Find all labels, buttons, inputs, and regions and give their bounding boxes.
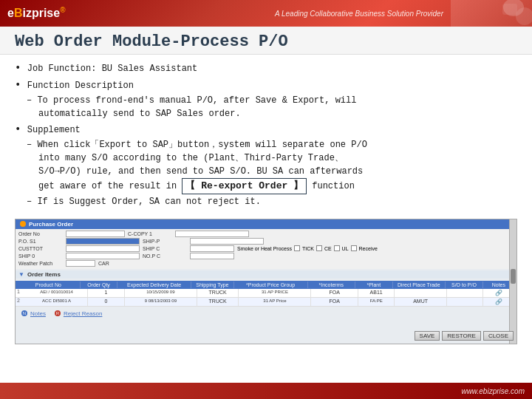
reject-icon: R — [55, 310, 61, 316]
notes-link[interactable]: Notes — [30, 310, 46, 317]
form-label-8: CAR — [98, 261, 113, 266]
function-description-sub: To process frond-end's manual P/O, after… — [15, 94, 517, 120]
bullet-supplement: Supplement When click「Export to SAP」butt… — [15, 122, 517, 208]
bullet-job-function: Job Function: BU Sales Assistant — [15, 61, 517, 76]
table-header: Product No Order Qty Expected Delivery D… — [16, 281, 516, 289]
title-section: Web Order Module-Process P/O — [0, 27, 532, 55]
function-description-label: Function Description — [27, 81, 134, 91]
col-plant: *Plant — [355, 282, 392, 288]
footer-url: www.ebizprise.com — [461, 387, 525, 395]
cell-price-2: 31 AP Price — [239, 298, 311, 306]
po-title-bar: Purchase Order — [16, 219, 516, 229]
form-label-1: Order No — [18, 231, 63, 236]
cell-price-1: 31 AP PRICE — [239, 289, 311, 297]
form-field-2[interactable] — [66, 238, 140, 245]
supplement-sub1: When click「Export to SAP」button，system w… — [27, 138, 517, 194]
form-label-2: P.O. S1 — [18, 239, 63, 244]
job-function-label: Job Function: — [27, 64, 97, 74]
page-title: Web Order Module-Process P/O — [15, 33, 517, 51]
svg-rect-2 — [502, 4, 517, 15]
checkbox-area: Smoke or Heat Process TICK CE UL Receive — [237, 245, 378, 251]
main-bullet-list: Job Function: BU Sales Assistant Functio… — [15, 61, 517, 208]
supplement-sub2: If is Suggest Order, SA can not reject i… — [27, 195, 517, 208]
form-label-4: C-COPY 1 — [128, 231, 172, 236]
cell-qty-1: 1 — [88, 289, 125, 297]
supplement-label: Supplement — [27, 125, 81, 135]
cell-sopo-2 — [447, 298, 484, 306]
sap-screenshot: Purchase Order Order No C-COPY 1 P.O. S1… — [15, 219, 517, 344]
notes-link-row[interactable]: N Notes — [18, 310, 49, 318]
po-title-text: Purchase Order — [29, 221, 73, 228]
order-items-header[interactable]: ▼ Order Items — [16, 270, 516, 279]
scrollbar-thumb[interactable] — [511, 269, 516, 284]
form-label-3a: CUSTTOT — [18, 246, 63, 251]
cell-qty-2: 0 — [88, 298, 125, 306]
cell-delivery-1: 10/15/2009 09 — [125, 289, 197, 297]
form-field-3b[interactable] — [66, 253, 140, 259]
close-button[interactable]: CLOSE — [483, 331, 514, 341]
logo-area: eBizprise® — [7, 6, 66, 20]
form-label-6: SHIP C — [143, 246, 187, 251]
table-row: 1 AEI / 001010014 1 10/15/2009 09 TRUCK … — [16, 289, 516, 298]
footer: www.ebizprise.com — [0, 383, 532, 399]
action-buttons-area: SAVE RESTORE CLOSE — [415, 331, 514, 341]
save-button[interactable]: SAVE — [415, 331, 440, 341]
header-puzzle-deco — [451, 0, 532, 27]
job-function-value: BU Sales Assistant — [102, 64, 198, 74]
supplement-sub: When click「Export to SAP」button，system w… — [15, 138, 517, 208]
cell-delivery-2: 9 08/13/2003 09 — [125, 298, 197, 306]
col-direct-place: Direct Place Trade — [393, 282, 446, 288]
form-field-3c[interactable] — [66, 260, 95, 267]
sap-form-row-5: Weather Patch CAR — [18, 260, 514, 267]
col-delivery: Expected Delivery Date — [117, 282, 191, 288]
cell-shipping-1: TRUCK — [197, 289, 239, 297]
col-incoterms: *Incoterms — [308, 282, 356, 288]
restore-button[interactable]: RESTORE — [442, 331, 481, 341]
cell-incoterms-2: FOA — [311, 298, 358, 306]
form-field-4[interactable] — [175, 231, 249, 237]
order-items-title: Order Items — [27, 271, 61, 278]
order-items-section: ▼ Order Items Product No Order Qty Expec… — [16, 270, 516, 307]
page-wrapper: eBizprise® A Leading Collaborative Busin… — [0, 0, 532, 399]
links-area: N Notes R Reject Reason — [16, 308, 516, 319]
row-num-2: 2 — [17, 298, 26, 306]
sap-form-row-1: Order No C-COPY 1 — [18, 231, 514, 237]
form-label-3b: SHIP 0 — [18, 253, 63, 259]
form-field-3a[interactable] — [66, 245, 140, 252]
cell-product-1: AEI / 001010014 — [26, 289, 88, 297]
reject-link[interactable]: Reject Reason — [64, 310, 102, 317]
receive-checkbox[interactable] — [351, 245, 357, 251]
scrollbar[interactable] — [509, 219, 516, 344]
form-field-1[interactable] — [66, 231, 125, 237]
cell-product-2: ACC DI5001 A — [26, 298, 88, 306]
col-so-po: S/O to P/O — [446, 282, 482, 288]
content-area: Job Function: BU Sales Assistant Functio… — [0, 55, 532, 216]
expand-icon: ▼ — [18, 271, 24, 278]
cell-shipping-2: TRUCK — [197, 298, 239, 306]
notes-icon: N — [21, 310, 27, 316]
form-field-7[interactable] — [190, 253, 234, 259]
ce-checkbox[interactable] — [316, 245, 322, 251]
highlight-reexport: 【 Re-export Order 】 — [182, 178, 307, 194]
table-row: 2 ACC DI5001 A 0 9 08/13/2003 09 TRUCK 3… — [16, 298, 516, 307]
sap-form-row-3: CUSTTOT SHIP C Smoke or Heat Process TIC… — [18, 245, 514, 252]
func-desc-sub1: To process frond-end's manual P/O, after… — [27, 94, 517, 120]
po-icon — [20, 221, 26, 227]
form-label-3c: Weather Patch — [18, 261, 63, 266]
bullet-function-description: Function Description To process frond-en… — [15, 78, 517, 120]
reject-link-row[interactable]: R Reject Reason — [52, 310, 105, 318]
row-num-1: 1 — [17, 289, 26, 297]
header-bar: eBizprise® A Leading Collaborative Busin… — [0, 0, 532, 27]
sap-form-area: Order No C-COPY 1 P.O. S1 SHIP-P CUSTTOT… — [16, 229, 516, 269]
col-price-group: *Product Price Group — [234, 282, 308, 288]
cell-sopo-1 — [447, 289, 484, 297]
tick-checkbox[interactable] — [294, 245, 300, 251]
sap-form-row-2: P.O. S1 SHIP-P — [18, 238, 514, 245]
header-tagline: A Leading Collaborative Business Solutio… — [275, 10, 443, 18]
cell-direct-2: AMUT — [395, 298, 446, 306]
ul-checkbox[interactable] — [334, 245, 340, 251]
cell-plant-2: FA:PE — [358, 298, 395, 306]
form-field-6[interactable] — [190, 245, 234, 252]
form-field-5[interactable] — [190, 238, 264, 245]
logo-registered: ® — [60, 6, 65, 14]
